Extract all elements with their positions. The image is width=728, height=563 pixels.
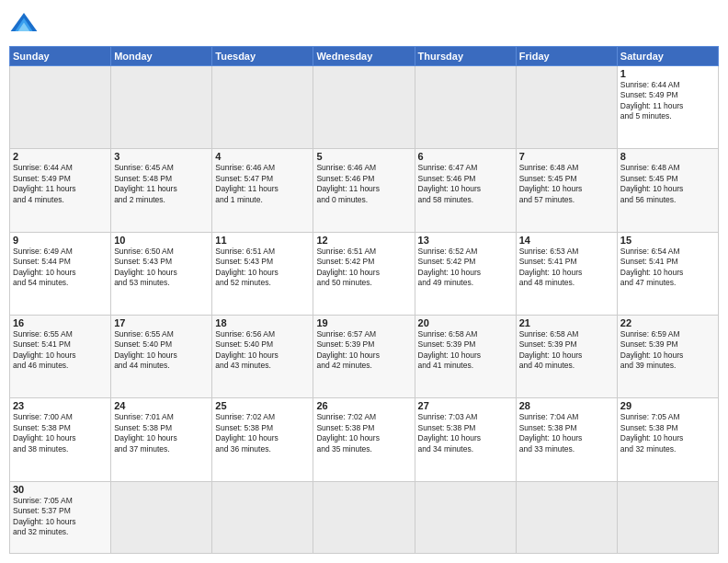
day-number: 30 [13, 484, 108, 495]
page: SundayMondayTuesdayWednesdayThursdayFrid… [0, 0, 728, 563]
weekday-header-wednesday: Wednesday [313, 47, 415, 66]
day-info: Sunrise: 6:51 AM Sunset: 5:42 PM Dayligh… [316, 247, 411, 289]
calendar-cell: 16Sunrise: 6:55 AM Sunset: 5:41 PM Dayli… [10, 315, 111, 397]
day-number: 7 [519, 151, 614, 162]
day-info: Sunrise: 7:04 AM Sunset: 5:38 PM Dayligh… [519, 412, 614, 454]
calendar-cell: 29Sunrise: 7:05 AM Sunset: 5:38 PM Dayli… [617, 398, 718, 481]
weekday-header-monday: Monday [111, 47, 212, 66]
day-number: 9 [13, 235, 108, 246]
day-number: 22 [620, 317, 715, 328]
day-info: Sunrise: 6:44 AM Sunset: 5:49 PM Dayligh… [620, 80, 715, 122]
calendar-cell: 23Sunrise: 7:00 AM Sunset: 5:38 PM Dayli… [10, 398, 111, 481]
week-row-1: 1Sunrise: 6:44 AM Sunset: 5:49 PM Daylig… [10, 66, 719, 149]
day-info: Sunrise: 6:51 AM Sunset: 5:43 PM Dayligh… [215, 247, 310, 289]
calendar-cell [516, 481, 617, 553]
day-info: Sunrise: 6:58 AM Sunset: 5:39 PM Dayligh… [418, 329, 513, 372]
day-number: 8 [620, 151, 715, 162]
calendar-cell: 4Sunrise: 6:46 AM Sunset: 5:47 PM Daylig… [212, 149, 313, 232]
day-info: Sunrise: 7:05 AM Sunset: 5:37 PM Dayligh… [13, 496, 108, 538]
calendar-cell: 18Sunrise: 6:56 AM Sunset: 5:40 PM Dayli… [212, 315, 313, 397]
day-number: 20 [418, 317, 513, 328]
calendar-cell: 21Sunrise: 6:58 AM Sunset: 5:39 PM Dayli… [516, 315, 617, 397]
calendar-cell: 26Sunrise: 7:02 AM Sunset: 5:38 PM Dayli… [313, 398, 415, 481]
calendar-cell: 2Sunrise: 6:44 AM Sunset: 5:49 PM Daylig… [10, 149, 111, 232]
day-info: Sunrise: 6:50 AM Sunset: 5:43 PM Dayligh… [114, 247, 209, 289]
day-number: 21 [519, 317, 614, 328]
day-number: 12 [316, 235, 411, 246]
day-info: Sunrise: 6:55 AM Sunset: 5:40 PM Dayligh… [114, 329, 209, 372]
calendar-cell: 22Sunrise: 6:59 AM Sunset: 5:39 PM Dayli… [617, 315, 718, 397]
calendar-cell [111, 66, 212, 149]
day-number: 27 [418, 400, 513, 411]
calendar-cell [212, 66, 313, 149]
calendar-cell: 20Sunrise: 6:58 AM Sunset: 5:39 PM Dayli… [415, 315, 516, 397]
day-info: Sunrise: 6:47 AM Sunset: 5:46 PM Dayligh… [418, 163, 513, 205]
calendar-cell: 19Sunrise: 6:57 AM Sunset: 5:39 PM Dayli… [313, 315, 415, 397]
calendar-cell: 5Sunrise: 6:46 AM Sunset: 5:46 PM Daylig… [313, 149, 415, 232]
calendar-cell: 24Sunrise: 7:01 AM Sunset: 5:38 PM Dayli… [111, 398, 212, 481]
calendar-cell [212, 481, 313, 553]
day-info: Sunrise: 6:52 AM Sunset: 5:42 PM Dayligh… [418, 247, 513, 289]
calendar-cell: 7Sunrise: 6:48 AM Sunset: 5:45 PM Daylig… [516, 149, 617, 232]
calendar-cell [313, 66, 415, 149]
day-info: Sunrise: 6:44 AM Sunset: 5:49 PM Dayligh… [13, 163, 108, 205]
calendar-cell: 27Sunrise: 7:03 AM Sunset: 5:38 PM Dayli… [415, 398, 516, 481]
day-number: 18 [215, 317, 310, 328]
weekday-header-saturday: Saturday [617, 47, 718, 66]
day-info: Sunrise: 6:53 AM Sunset: 5:41 PM Dayligh… [519, 247, 614, 289]
day-info: Sunrise: 6:59 AM Sunset: 5:39 PM Dayligh… [620, 329, 715, 372]
header [9, 9, 719, 39]
calendar-cell: 28Sunrise: 7:04 AM Sunset: 5:38 PM Dayli… [516, 398, 617, 481]
day-info: Sunrise: 6:46 AM Sunset: 5:46 PM Dayligh… [316, 163, 411, 205]
calendar-cell [313, 481, 415, 553]
day-info: Sunrise: 6:48 AM Sunset: 5:45 PM Dayligh… [519, 163, 614, 205]
day-number: 26 [316, 400, 411, 411]
calendar-cell [617, 481, 718, 553]
day-info: Sunrise: 7:00 AM Sunset: 5:38 PM Dayligh… [13, 412, 108, 454]
calendar-cell [415, 66, 516, 149]
calendar-cell: 10Sunrise: 6:50 AM Sunset: 5:43 PM Dayli… [111, 232, 212, 315]
week-row-4: 16Sunrise: 6:55 AM Sunset: 5:41 PM Dayli… [10, 315, 719, 397]
day-number: 11 [215, 235, 310, 246]
week-row-6: 30Sunrise: 7:05 AM Sunset: 5:37 PM Dayli… [10, 481, 719, 553]
calendar-cell [516, 66, 617, 149]
day-number: 10 [114, 235, 209, 246]
weekday-header-friday: Friday [516, 47, 617, 66]
calendar-cell: 15Sunrise: 6:54 AM Sunset: 5:41 PM Dayli… [617, 232, 718, 315]
day-number: 15 [620, 235, 715, 246]
day-number: 13 [418, 235, 513, 246]
weekday-header-thursday: Thursday [415, 47, 516, 66]
day-number: 1 [620, 68, 715, 79]
week-row-2: 2Sunrise: 6:44 AM Sunset: 5:49 PM Daylig… [10, 149, 719, 232]
day-number: 14 [519, 235, 614, 246]
day-info: Sunrise: 6:57 AM Sunset: 5:39 PM Dayligh… [316, 329, 411, 372]
day-info: Sunrise: 6:45 AM Sunset: 5:48 PM Dayligh… [114, 163, 209, 205]
week-row-3: 9Sunrise: 6:49 AM Sunset: 5:44 PM Daylig… [10, 232, 719, 315]
calendar-cell: 3Sunrise: 6:45 AM Sunset: 5:48 PM Daylig… [111, 149, 212, 232]
day-info: Sunrise: 6:48 AM Sunset: 5:45 PM Dayligh… [620, 163, 715, 205]
calendar-cell: 1Sunrise: 6:44 AM Sunset: 5:49 PM Daylig… [617, 66, 718, 149]
day-info: Sunrise: 6:58 AM Sunset: 5:39 PM Dayligh… [519, 329, 614, 372]
day-info: Sunrise: 6:49 AM Sunset: 5:44 PM Dayligh… [13, 247, 108, 289]
day-number: 28 [519, 400, 614, 411]
weekday-header-tuesday: Tuesday [212, 47, 313, 66]
day-number: 16 [13, 317, 108, 328]
calendar-cell: 17Sunrise: 6:55 AM Sunset: 5:40 PM Dayli… [111, 315, 212, 397]
calendar-cell: 8Sunrise: 6:48 AM Sunset: 5:45 PM Daylig… [617, 149, 718, 232]
day-info: Sunrise: 7:02 AM Sunset: 5:38 PM Dayligh… [215, 412, 310, 454]
calendar: SundayMondayTuesdayWednesdayThursdayFrid… [9, 46, 719, 554]
day-number: 25 [215, 400, 310, 411]
day-info: Sunrise: 7:02 AM Sunset: 5:38 PM Dayligh… [316, 412, 411, 454]
day-info: Sunrise: 7:03 AM Sunset: 5:38 PM Dayligh… [418, 412, 513, 454]
day-info: Sunrise: 6:56 AM Sunset: 5:40 PM Dayligh… [215, 329, 310, 372]
day-number: 29 [620, 400, 715, 411]
day-number: 6 [418, 151, 513, 162]
calendar-cell: 6Sunrise: 6:47 AM Sunset: 5:46 PM Daylig… [415, 149, 516, 232]
calendar-cell [415, 481, 516, 553]
calendar-cell: 12Sunrise: 6:51 AM Sunset: 5:42 PM Dayli… [313, 232, 415, 315]
calendar-cell: 9Sunrise: 6:49 AM Sunset: 5:44 PM Daylig… [10, 232, 111, 315]
day-number: 5 [316, 151, 411, 162]
day-number: 2 [13, 151, 108, 162]
day-number: 4 [215, 151, 310, 162]
day-info: Sunrise: 6:55 AM Sunset: 5:41 PM Dayligh… [13, 329, 108, 372]
